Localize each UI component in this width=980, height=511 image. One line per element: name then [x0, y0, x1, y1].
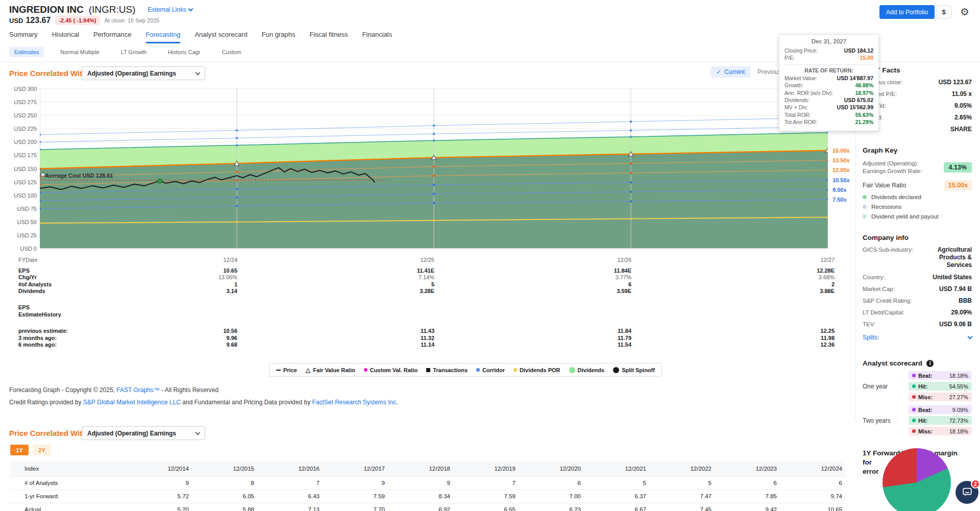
- subtab-estimates[interactable]: Estimates: [9, 47, 44, 57]
- info-label: Country:: [863, 274, 885, 280]
- badge-value: 72.73%: [949, 418, 968, 424]
- legend-item-fair-value-ratio[interactable]: △Fair Value Ratio: [306, 367, 355, 373]
- badge-dot-icon: [912, 408, 916, 411]
- fast-graphs-link[interactable]: FAST Graphs™: [116, 386, 159, 394]
- tooltip-value: USD 15'562.99: [837, 104, 873, 111]
- legend-item-custom-val-ratio[interactable]: Custom Val. Ratio: [364, 367, 418, 373]
- cell-value: 7.45: [649, 503, 715, 511]
- bullet-label: Dividend yield and payout: [871, 213, 939, 220]
- company-info-row: Market Cap:USD 7.94 B: [863, 285, 972, 293]
- legend-item-split-spinoff[interactable]: Split Spinoff: [613, 367, 655, 373]
- factset-link[interactable]: FactSet Research Systems Inc: [312, 399, 396, 406]
- range-buttons: 1Y 2Y: [10, 445, 51, 455]
- legend-item-dividends[interactable]: Dividends: [569, 367, 605, 373]
- column-header: 12/2020: [519, 461, 584, 476]
- bullet-dot-icon: [863, 205, 867, 209]
- y-axis-tick: USD 75: [8, 206, 37, 212]
- external-links-menu[interactable]: External Links: [148, 6, 192, 13]
- company-info-row: TEV:USD 9.06 B: [863, 321, 972, 328]
- tab-performance[interactable]: Performance: [93, 31, 131, 43]
- tab-historical[interactable]: Historical: [52, 31, 79, 43]
- tab-analyst-scorecard[interactable]: Analyst scorecard: [194, 31, 247, 43]
- chat-button[interactable]: 2: [955, 481, 978, 504]
- tooltip-value: USD 184.12: [844, 47, 873, 54]
- table-row-actual: Actual5.205.887.137.706.926.656.236.677.…: [10, 503, 845, 511]
- legend-label: Transactions: [433, 367, 468, 373]
- tab-summary[interactable]: Summary: [9, 31, 38, 43]
- tab-fiscal-fitness[interactable]: Fiscal fitness: [310, 31, 348, 43]
- tooltip-value: 55.63%: [855, 111, 873, 118]
- y-axis-tick: USD 25: [8, 232, 37, 238]
- tab-financials[interactable]: Financials: [362, 31, 393, 43]
- fact-row: Previous close:USD 123.67: [863, 79, 972, 86]
- price-correlated-label-2: Price Correlated With: [9, 429, 87, 437]
- correlation-dropdown[interactable]: Adjusted (Operating) Earnings: [82, 66, 205, 80]
- legend-item-transactions[interactable]: Transactions: [426, 367, 468, 373]
- tab-fun-graphs[interactable]: Fun graphs: [262, 31, 296, 43]
- credits-text-2: and Fundamental and Pricing Data provide…: [181, 399, 312, 406]
- cell-value: 11.84: [570, 328, 631, 334]
- tooltip-label: Total ROR:: [785, 111, 811, 118]
- legend-label: Custom Val. Ratio: [370, 367, 418, 373]
- cell-value: 11.14: [373, 342, 434, 348]
- cell-value: 7.00: [519, 490, 584, 503]
- cell-value: 6: [780, 476, 845, 490]
- currency-button[interactable]: $: [936, 5, 951, 19]
- row-label: EPS: [18, 267, 30, 274]
- legend-item-corridor[interactable]: Corridor: [476, 367, 505, 373]
- cell-value: 7.13: [257, 503, 323, 511]
- legend-label: Split Spinoff: [622, 367, 655, 373]
- tooltip-row: MV + Div:USD 15'562.99: [785, 104, 873, 111]
- scorecard-badge-beat: Beat:9.09%: [909, 405, 972, 414]
- cell-value: 7.85: [715, 490, 780, 503]
- copyright-text: Forecasting Graph - Copyright © 2025,: [9, 386, 116, 394]
- badge-dot-icon: [912, 395, 916, 399]
- current-toggle[interactable]: ✓ Current: [710, 66, 750, 78]
- info-value: 29.09%: [951, 309, 972, 316]
- subtab-custom[interactable]: Custom: [217, 47, 247, 57]
- add-to-portfolio-button[interactable]: Add to Portfolio: [879, 5, 935, 19]
- estimates-row-chg-yr: Chg/Yr13.06%7.14%3.77%3.68%: [0, 274, 847, 281]
- cell-value: 12/25: [373, 257, 434, 263]
- forecasting-chart-plot[interactable]: [40, 88, 828, 249]
- company-ticker: (INGR:US): [89, 4, 136, 15]
- bullet-label: Dividends declared: [871, 194, 921, 200]
- scorecard-badge-miss: Miss:18.18%: [909, 427, 972, 435]
- correlation-dropdown-2[interactable]: Adjusted (Operating) Earnings: [82, 426, 205, 440]
- graph-key-bullet: Dividends declared: [863, 194, 972, 200]
- range-1y-button[interactable]: 1Y: [10, 445, 29, 455]
- range-2y-button[interactable]: 2Y: [33, 445, 51, 455]
- legend-item-price[interactable]: Price: [276, 367, 297, 373]
- cell-value: 3.77%: [570, 274, 631, 280]
- tooltip-value: USD 14'887.97: [837, 75, 873, 82]
- subtab-normal-multiple[interactable]: Normal Multiple: [55, 47, 104, 57]
- column-header: 12/2017: [323, 461, 388, 476]
- tooltip-label: Tot Ann ROR:: [785, 118, 817, 126]
- tab-forecasting[interactable]: Forecasting: [146, 31, 181, 43]
- company-info-title: Company info: [863, 234, 972, 241]
- company-name: INGREDION INC: [9, 4, 84, 15]
- scorecard-badges: Beat:9.09%Hit:72.73%Miss:18.18%: [909, 405, 972, 435]
- info-icon[interactable]: i: [926, 360, 934, 367]
- row-label: 6 months ago:: [18, 342, 57, 348]
- subtab-lt-growth[interactable]: LT Growth: [116, 47, 152, 57]
- legend-item-dividends-por[interactable]: Dividends POR: [513, 367, 560, 373]
- tooltip-ror-rows: Market Value:USD 14'887.97Growth:48.88%A…: [785, 75, 873, 126]
- chevron-down-icon: [188, 7, 193, 12]
- y-axis-tick: USD 275: [8, 99, 37, 105]
- y-axis-tick: USD 175: [8, 152, 37, 158]
- settings-gear-icon[interactable]: ⚙: [957, 4, 973, 19]
- credits-text-3: .: [396, 399, 398, 406]
- y-axis-tick: USD 250: [8, 112, 37, 118]
- cell-value: 12.28E: [773, 267, 835, 274]
- splits-expander[interactable]: Splits:: [863, 334, 972, 341]
- estimates-table: FYDate12/2412/2512/2612/27EPS10.6511.41E…: [0, 257, 847, 295]
- info-label: GICS Sub-industry:: [863, 247, 913, 253]
- row-label: 3 months ago:: [18, 335, 57, 341]
- subtab-historic-cagr[interactable]: Historic Cagr: [163, 47, 206, 57]
- sp-global-link[interactable]: S&P Global Market Intelligence LLC: [83, 399, 181, 406]
- dot-icon: [513, 368, 517, 372]
- company-info-row: Country:United States: [863, 274, 972, 281]
- badge-dot-icon: [912, 384, 916, 388]
- multiple-label-7.50x: 7.50x: [832, 197, 858, 203]
